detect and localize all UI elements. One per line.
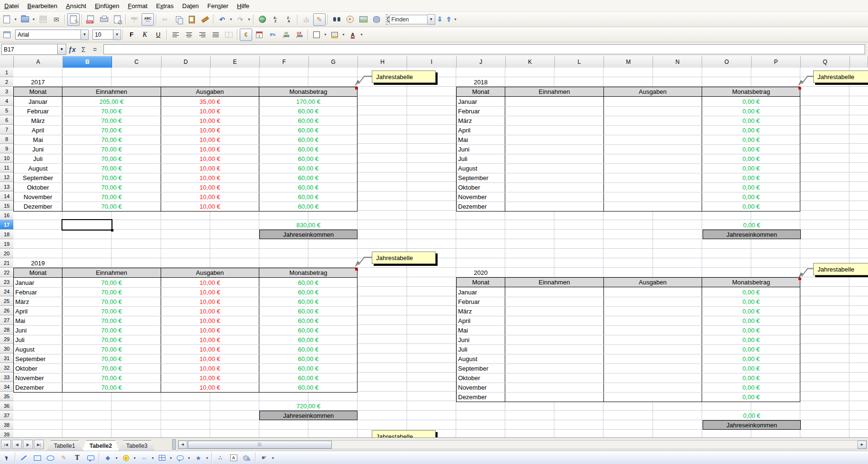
cell[interactable]: 70,00 € [62,297,161,306]
cell[interactable]: Dezember [457,202,505,211]
row-header-7[interactable]: 7 [0,125,13,134]
new-dropdown-icon[interactable]: ▾ [13,14,18,25]
annual-sum-2017[interactable]: 830,00 € [259,220,357,230]
find-replace-icon[interactable] [330,13,343,26]
cell[interactable] [604,326,702,335]
cell[interactable]: März [14,116,62,125]
cell[interactable]: 70,00 € [62,126,161,135]
year-label-2018[interactable]: 2018 [456,77,505,87]
cell[interactable]: Februar [457,107,505,116]
row-header-18[interactable]: 18 [0,230,13,239]
cell[interactable]: 0,00 € [702,183,800,192]
cell[interactable] [604,107,702,116]
cell[interactable]: 70,00 € [62,107,161,116]
extrusion-icon[interactable] [241,452,253,464]
cell[interactable] [505,97,603,106]
cell[interactable] [505,202,603,211]
cell[interactable]: 0,00 € [702,135,800,144]
cell[interactable] [604,345,702,354]
styles-icon[interactable] [0,29,13,41]
cell[interactable]: 10,00 € [161,373,259,383]
cell[interactable] [604,116,702,125]
add-decimal-icon[interactable]: +0,000 [280,29,292,41]
cell[interactable]: August [14,345,62,354]
number-currency-icon[interactable]: € [240,29,252,41]
italic-icon[interactable]: K [139,29,151,41]
freeform-icon[interactable]: ✎ [58,452,70,464]
cell[interactable]: November [457,192,505,202]
cell[interactable]: Juli [14,335,62,344]
menu-extras[interactable]: Extras [152,1,178,10]
sort-ascending-icon[interactable]: A↓Z [269,13,282,26]
cell[interactable] [505,383,603,392]
column-header-Q[interactable]: Q [801,56,850,68]
cell[interactable] [505,364,603,373]
cell[interactable]: März [14,297,62,306]
cell[interactable]: 70,00 € [62,173,161,182]
cell[interactable]: 70,00 € [62,345,161,354]
cell[interactable]: November [457,383,505,392]
cell[interactable]: 70,00 € [62,307,161,316]
row-header-9[interactable]: 9 [0,144,13,153]
cell[interactable] [505,393,603,402]
cell[interactable]: April [457,126,505,135]
cell[interactable]: 0,00 € [702,307,800,316]
table-2020[interactable]: MonatEinnahmenAusgabenMonatsbetragJanuar… [456,277,800,402]
next-sheet-icon[interactable]: ▶ [23,440,33,449]
align-left-icon[interactable] [169,29,182,41]
horizontal-scrollbar[interactable]: ◀ ▶ [178,440,867,449]
row-header-16[interactable]: 16 [0,211,13,220]
cell[interactable]: 60,00 € [259,116,357,125]
cell[interactable]: Oktober [457,373,505,383]
cell[interactable]: Februar [14,107,62,116]
cell[interactable]: 0,00 € [702,107,800,116]
row-header-33[interactable]: 33 [0,373,13,382]
row-header-34[interactable]: 34 [0,382,13,392]
row-header-11[interactable]: 11 [0,163,13,172]
cell[interactable]: 60,00 € [259,345,357,354]
format-paintbrush-icon[interactable] [199,13,211,26]
header-cell[interactable]: Einnahmen [505,87,603,96]
borders-icon[interactable] [310,29,323,41]
cell[interactable] [505,116,603,125]
row-header-27[interactable]: 27 [0,315,13,325]
cell[interactable]: 10,00 € [161,316,259,325]
column-header-A[interactable]: A [14,56,63,68]
block-arrows-dropdown-icon[interactable]: ▾ [151,452,155,464]
cell[interactable]: Juli [457,345,505,354]
header-cell[interactable]: Ausgaben [161,87,259,96]
cell[interactable]: Februar [14,288,62,297]
row-header-22[interactable]: 22 [0,268,13,277]
menu-bearbeiten[interactable]: Bearbeiten [23,1,61,10]
sheet-tab-tabelle3[interactable]: Tabelle3 [119,440,155,451]
cell[interactable]: 70,00 € [62,278,161,287]
row-header-1[interactable]: 1 [0,68,13,77]
comment-indicator[interactable] [355,87,358,90]
cell[interactable] [505,107,603,116]
ellipse-icon[interactable] [44,452,57,464]
scrollbar-thumb[interactable] [188,441,332,449]
cell[interactable]: Oktober [14,364,62,373]
bold-icon[interactable]: F [125,29,138,41]
cell[interactable] [505,307,603,316]
cell[interactable]: 10,00 € [161,145,259,154]
merge-cells-icon[interactable] [223,29,235,41]
cell[interactable]: 70,00 € [62,192,161,202]
cell[interactable] [604,316,702,325]
fill-handle[interactable] [111,229,113,232]
cell[interactable]: Januar [14,278,62,287]
cell[interactable] [604,383,702,392]
column-header-partial[interactable] [850,56,868,68]
copy-icon[interactable] [172,13,184,26]
symbol-shapes-dropdown-icon[interactable]: ▾ [133,452,137,464]
cell[interactable]: 60,00 € [259,297,357,306]
cell[interactable]: 70,00 € [62,364,161,373]
annual-sum-2018[interactable]: 0,00 € [703,220,801,230]
borders-dropdown-icon[interactable]: ▾ [323,29,327,40]
cell[interactable]: 60,00 € [259,154,357,163]
cell[interactable] [505,183,603,192]
row-header-12[interactable]: 12 [0,172,13,182]
cell[interactable] [604,135,702,144]
cell[interactable] [604,354,702,363]
cell[interactable]: 10,00 € [161,126,259,135]
